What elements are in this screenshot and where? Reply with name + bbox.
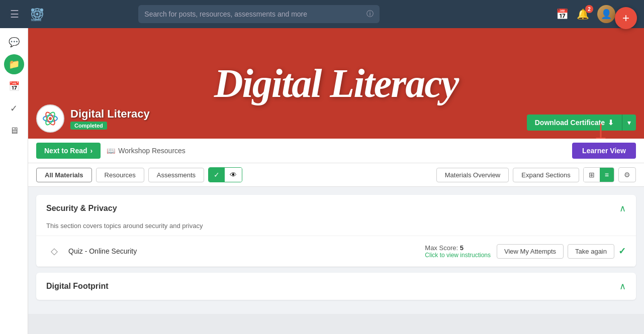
next-to-read-button[interactable]: Next to Read › bbox=[36, 143, 101, 159]
materials-overview-button[interactable]: Materials Overview bbox=[436, 168, 509, 182]
hero-overlay: Digital Literacy Completed Download Cert… bbox=[28, 98, 644, 139]
quiz-score-value: 5 bbox=[460, 244, 464, 252]
quiz-icon: ◇ bbox=[46, 243, 62, 259]
quiz-score-area: Max Score: 5 Click to view instructions bbox=[425, 244, 491, 259]
course-toolbar: Next to Read › 📖 Workshop Resources Lear… bbox=[28, 139, 644, 163]
filter-all-materials[interactable]: All Materials bbox=[36, 168, 92, 182]
show-all-icon-button[interactable]: ✓ bbox=[209, 168, 225, 182]
quiz-info: Quiz - Online Security bbox=[68, 247, 419, 255]
hamburger-menu[interactable]: ☰ bbox=[8, 6, 21, 22]
course-title-block: Digital Literacy Completed bbox=[70, 107, 150, 130]
search-input[interactable] bbox=[144, 10, 362, 18]
view-my-attempts-button[interactable]: View My Attempts bbox=[497, 244, 564, 259]
svg-point-6 bbox=[40, 9, 43, 12]
filter-bar: All Materials Resources Assessments ✓ 👁 … bbox=[28, 163, 644, 187]
hero-course-info: Digital Literacy Completed bbox=[36, 104, 150, 133]
svg-point-5 bbox=[31, 9, 34, 12]
search-bar[interactable]: ⓘ bbox=[138, 5, 380, 23]
calendar-nav-icon[interactable]: 📅 bbox=[556, 8, 569, 20]
course-logo-icon bbox=[41, 109, 59, 128]
course-hero-banner: Digital Literacy Digital Literacy bbox=[28, 28, 644, 139]
hide-icon-button[interactable]: 👁 bbox=[225, 168, 242, 182]
teamie-logo-icon: teamie bbox=[27, 5, 47, 23]
svg-marker-13 bbox=[596, 138, 606, 139]
top-navigation: ☰ teamie ⓘ 📅 🔔 2 👤 🌐 bbox=[0, 0, 644, 28]
section-security-title: Security & Privacy bbox=[46, 204, 117, 213]
sidebar-item-folder[interactable]: 📁 bbox=[4, 54, 24, 74]
notifications-icon[interactable]: 🔔 2 bbox=[577, 8, 589, 20]
download-cert-label: Download Certificate bbox=[535, 119, 605, 127]
main-content-area: Digital Literacy Digital Literacy bbox=[28, 28, 644, 334]
sidebar-item-calendar[interactable]: 📅 bbox=[4, 76, 24, 96]
filter-assessments[interactable]: Assessments bbox=[148, 168, 204, 182]
svg-text:teamie: teamie bbox=[31, 18, 42, 22]
course-logo bbox=[36, 104, 64, 133]
grid-view-button[interactable]: ⊞ bbox=[584, 168, 600, 182]
notification-badge: 2 bbox=[585, 5, 593, 13]
sidebar-item-tasks[interactable]: ✓ bbox=[4, 98, 24, 119]
section-footprint-collapse-icon: ∧ bbox=[619, 281, 626, 292]
take-again-button[interactable]: Take again bbox=[568, 244, 614, 259]
sections-area: Security & Privacy ∧ This section covers… bbox=[28, 187, 644, 314]
svg-point-2 bbox=[36, 13, 39, 16]
learner-view-button[interactable]: Learner View bbox=[572, 143, 636, 159]
quiz-online-security-item: ◇ Quiz - Online Security Max Score: 5 Cl… bbox=[36, 236, 636, 267]
avatar-image: 👤 bbox=[597, 5, 615, 23]
course-title: Digital Literacy bbox=[70, 107, 150, 121]
quiz-title: Quiz - Online Security bbox=[68, 247, 419, 255]
settings-button[interactable]: ⚙ bbox=[618, 167, 636, 182]
section-security-privacy: Security & Privacy ∧ This section covers… bbox=[36, 195, 636, 267]
user-avatar[interactable]: 👤 bbox=[597, 5, 615, 23]
next-arrow-icon: › bbox=[90, 147, 93, 155]
section-footprint-header[interactable]: Digital Footprint ∧ bbox=[36, 273, 636, 300]
learner-view-label: Learner View bbox=[582, 147, 626, 155]
view-instructions-link[interactable]: Click to view instructions bbox=[425, 252, 491, 259]
workshop-resources-label: Workshop Resources bbox=[118, 147, 186, 155]
logo[interactable]: teamie bbox=[27, 5, 47, 23]
sidebar-item-screen[interactable]: 🖥 bbox=[4, 121, 24, 141]
expand-sections-button[interactable]: Expand Sections bbox=[513, 168, 579, 182]
quiz-score: Max Score: 5 bbox=[425, 244, 464, 252]
svg-point-8 bbox=[49, 117, 52, 120]
view-mode-group: ⊞ ≡ bbox=[583, 167, 614, 182]
section-digital-footprint: Digital Footprint ∧ bbox=[36, 273, 636, 300]
download-certificate-button[interactable]: Download Certificate ⬇ bbox=[527, 115, 622, 131]
completed-badge: Completed bbox=[70, 122, 107, 130]
download-icon: ⬇ bbox=[608, 119, 614, 127]
sidebar-item-chat[interactable]: 💬 bbox=[4, 32, 24, 52]
quiz-actions: View My Attempts Take again ✓ bbox=[497, 244, 626, 259]
item-complete-checkmark: ✓ bbox=[618, 246, 626, 257]
page-layout: 💬 📁 📅 ✓ 🖥 Digital Literacy bbox=[0, 28, 644, 334]
section-footprint-title: Digital Footprint bbox=[46, 282, 109, 291]
next-to-read-label: Next to Read bbox=[44, 147, 87, 155]
info-icon: ⓘ bbox=[366, 10, 374, 19]
fab-add-button[interactable]: + bbox=[615, 7, 637, 29]
list-view-button[interactable]: ≡ bbox=[600, 168, 614, 182]
hero-actions: Download Certificate ⬇ ▾ bbox=[527, 115, 636, 131]
sidebar: 💬 📁 📅 ✓ 🖥 bbox=[0, 28, 28, 334]
section-security-description: This section covers topics around securi… bbox=[36, 222, 636, 236]
download-cert-dropdown-button[interactable]: ▾ bbox=[622, 115, 636, 131]
section-security-header[interactable]: Security & Privacy ∧ bbox=[36, 195, 636, 222]
filter-resources[interactable]: Resources bbox=[96, 168, 144, 182]
section-collapse-icon: ∧ bbox=[619, 203, 626, 214]
book-icon: 📖 bbox=[107, 147, 115, 155]
visibility-filter-group: ✓ 👁 bbox=[208, 167, 242, 182]
workshop-resources-button[interactable]: 📖 Workshop Resources bbox=[107, 147, 186, 155]
